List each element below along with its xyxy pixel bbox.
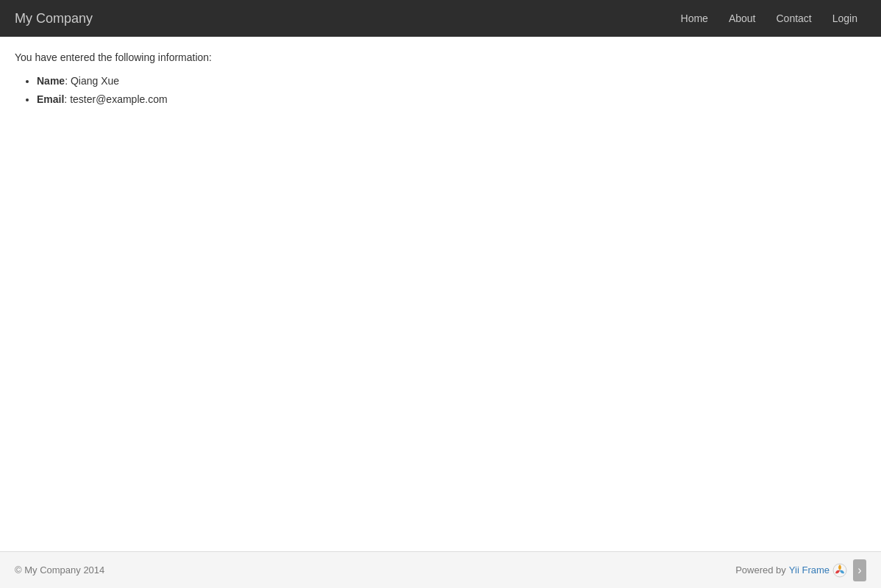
scroll-right-button[interactable]	[853, 559, 866, 581]
nav-link-login[interactable]: Login	[824, 8, 866, 29]
nav-link-home[interactable]: Home	[672, 8, 717, 29]
info-list: Name: Qiang Xue Email: tester@example.co…	[15, 72, 866, 109]
yii-logo-icon	[832, 563, 847, 578]
nav-item-home: Home	[672, 12, 717, 24]
name-item: Name: Qiang Xue	[37, 72, 866, 90]
email-label: Email	[37, 93, 64, 105]
powered-by-text: Powered by	[735, 564, 786, 576]
footer: © My Company 2014 Powered by Yii Frame	[0, 551, 881, 588]
nav-item-contact: Contact	[767, 12, 820, 24]
nav-link-about[interactable]: About	[720, 8, 765, 29]
nav-item-about: About	[720, 12, 765, 24]
navbar: My Company Home About Contact Login	[0, 0, 881, 37]
footer-copyright: © My Company 2014	[15, 564, 104, 576]
email-item: Email: tester@example.com	[37, 90, 866, 109]
navbar-brand[interactable]: My Company	[15, 11, 93, 26]
nav-link-contact[interactable]: Contact	[767, 8, 820, 29]
name-label: Name	[37, 75, 65, 87]
intro-text: You have entered the following informati…	[15, 51, 866, 63]
name-value: Qiang Xue	[71, 75, 119, 87]
navbar-nav: Home About Contact Login	[672, 12, 866, 24]
footer-powered: Powered by Yii Frame	[735, 559, 866, 581]
yii-link[interactable]: Yii Frame	[789, 564, 830, 576]
email-value: tester@example.com	[70, 93, 167, 105]
main-content: You have entered the following informati…	[0, 37, 881, 551]
nav-item-login: Login	[824, 12, 866, 24]
